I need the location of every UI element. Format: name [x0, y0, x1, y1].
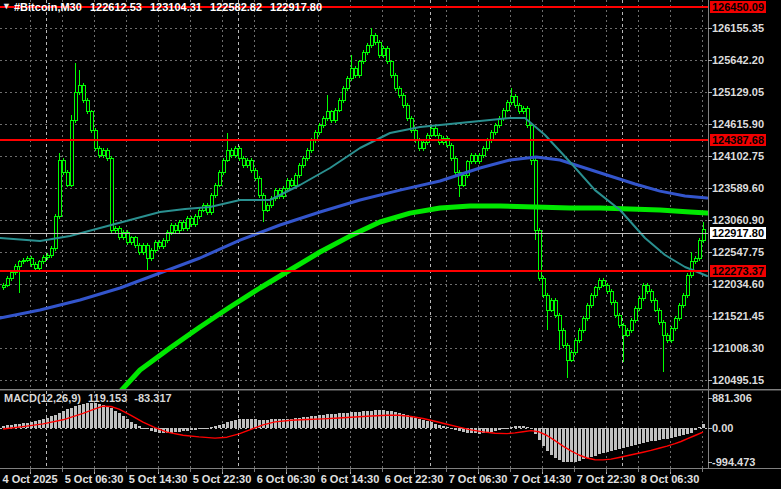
time-axis-minor-tick: [478, 469, 479, 472]
time-axis-label: 6 Oct 14:30: [321, 473, 380, 485]
pane-separator-shadow: [0, 390, 781, 391]
time-axis-minor-tick: [446, 469, 447, 472]
price-axis-label: 122547.75: [712, 246, 764, 258]
macd-label: MACD(12,26,9) 119.153 -83.317: [4, 392, 176, 404]
main-chart-pane[interactable]: [0, 0, 708, 389]
time-axis-label: 8 Oct 06:30: [641, 473, 700, 485]
time-axis-minor-tick: [318, 469, 319, 472]
macd-signal-value: -83.317: [134, 392, 171, 404]
time-axis-minor-tick: [254, 469, 255, 472]
chart-title: #Bitcoin,M30 122612.53 123104.31 122582.…: [14, 1, 327, 13]
horizontal-gridlines: [0, 29, 708, 381]
price-axis-label: 120495.15: [712, 374, 764, 386]
time-axis-minor-tick: [30, 469, 31, 472]
ohlc-low: 122582.82: [210, 1, 262, 13]
time-axis-label: 6 Oct 06:30: [257, 473, 316, 485]
price-axis-label: 126155.35: [712, 22, 764, 34]
macd-histogram: [2, 403, 705, 462]
current-price-label: 122917.80: [710, 227, 766, 239]
time-axis-minor-tick: [414, 469, 415, 472]
macd-axis-label: 881.306: [712, 392, 752, 404]
time-axis-label: 7 Oct 22:30: [577, 473, 636, 485]
time-axis-minor-tick: [190, 469, 191, 472]
time-axis-minor-tick: [350, 469, 351, 472]
time-axis-border: [0, 468, 781, 469]
time-axis-minor-tick: [510, 469, 511, 472]
time-axis-label: 7 Oct 14:30: [513, 473, 572, 485]
time-axis-minor-tick: [542, 469, 543, 472]
time-axis-minor-tick: [62, 469, 63, 472]
time-axis-minor-tick: [286, 469, 287, 472]
time-axis-label: 5 Oct 14:30: [129, 473, 188, 485]
time-axis-label: 6 Oct 22:30: [385, 473, 444, 485]
level-price-label: 122273.37: [710, 265, 766, 277]
price-axis-label: 121521.45: [712, 310, 764, 322]
time-axis-label: 7 Oct 06:30: [449, 473, 508, 485]
time-axis-minor-tick: [94, 469, 95, 472]
time-axis-minor-tick: [382, 469, 383, 472]
macd-params: MACD(12,26,9): [4, 392, 81, 404]
price-axis-label: 125129.05: [712, 86, 764, 98]
time-axis-minor-tick: [126, 469, 127, 472]
time-axis-minor-tick: [670, 469, 671, 472]
ma-blue-line: [0, 157, 707, 318]
time-axis-minor-tick: [702, 469, 703, 472]
time-axis-label: 4 Oct 2025: [2, 473, 57, 485]
trading-chart-window: ▼ #Bitcoin,M30 122612.53 123104.31 12258…: [0, 0, 781, 489]
level-price-label: 124387.68: [710, 134, 766, 146]
time-axis-minor-tick: [606, 469, 607, 472]
symbol-marker-icon: ▼: [2, 1, 11, 11]
time-axis-minor-tick: [158, 469, 159, 472]
price-axis-label: 124615.90: [712, 118, 764, 130]
ohlc-close: 122917.80: [270, 1, 322, 13]
price-axis-label: 123589.60: [712, 182, 764, 194]
price-axis-label: 123060.90: [712, 214, 764, 226]
time-axis-label: 5 Oct 22:30: [193, 473, 252, 485]
macd-axis-label: 0.00: [712, 422, 733, 434]
macd-main-value: 119.153: [88, 392, 127, 404]
time-axis-label: 5 Oct 06:30: [65, 473, 124, 485]
level-price-label: 126450.09: [710, 1, 766, 13]
time-axis-minor-tick: [222, 469, 223, 472]
time-axis-minor-tick: [638, 469, 639, 472]
ohlc-high: 123104.31: [150, 1, 202, 13]
ohlc-open: 122612.53: [90, 1, 142, 13]
price-axis-label: 122034.60: [712, 278, 764, 290]
price-axis-label: 124102.75: [712, 150, 764, 162]
price-axis-label: 125642.20: [712, 54, 764, 66]
price-axis-label: 121008.30: [712, 342, 764, 354]
macd-axis-label: -994.473: [712, 456, 755, 468]
chart-symbol: #Bitcoin,M30: [14, 1, 82, 13]
time-axis-minor-tick: [574, 469, 575, 472]
